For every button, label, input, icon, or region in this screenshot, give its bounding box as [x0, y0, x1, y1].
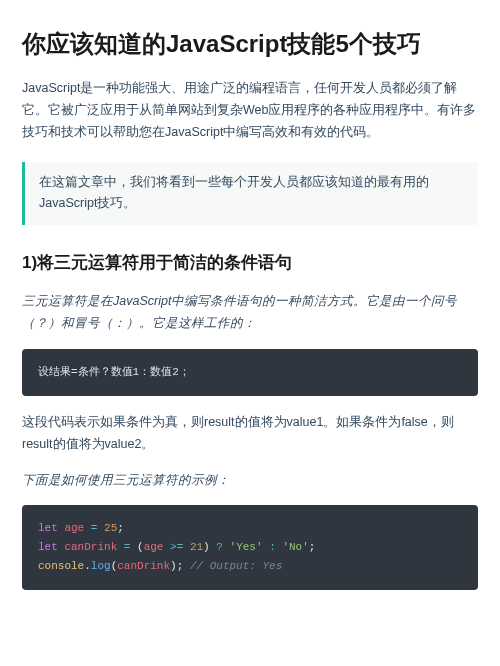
code-token: ; [117, 522, 124, 534]
code-token: . [84, 560, 91, 572]
code-token: canDrink [64, 541, 117, 553]
code-comment: // Output: Yes [190, 560, 282, 572]
code-block-1: 设结果=条件？数值1：数值2； [22, 349, 478, 396]
section-1-lead: 三元运算符是在JavaScript中编写条件语句的一种简洁方式。它是由一个问号（… [22, 291, 478, 335]
code-token: age [64, 522, 84, 534]
code-text: 设结果=条件？数值1：数值2； [38, 366, 190, 378]
callout-box: 在这篇文章中，我们将看到一些每个开发人员都应该知道的最有用的JavaScript… [22, 162, 478, 225]
code-token: ) [170, 560, 177, 572]
code-token: age [144, 541, 164, 553]
code-token: = [124, 541, 131, 553]
code-token: : [269, 541, 276, 553]
code-token: let [38, 541, 58, 553]
code-token: = [91, 522, 98, 534]
code-token: canDrink [117, 560, 170, 572]
code-token: 'Yes' [230, 541, 263, 553]
code-token: ( [137, 541, 144, 553]
code-token: >= [170, 541, 183, 553]
section-1-lead2: 下面是如何使用三元运算符的示例： [22, 470, 478, 492]
code-token: 21 [190, 541, 203, 553]
code-token: ) [203, 541, 210, 553]
code-token: log [91, 560, 111, 572]
code-token: ? [216, 541, 223, 553]
intro-paragraph: JavaScript是一种功能强大、用途广泛的编程语言，任何开发人员都必须了解它… [22, 78, 478, 144]
section-1-heading: 1)将三元运算符用于简洁的条件语句 [22, 249, 478, 278]
section-1-explain: 这段代码表示如果条件为真，则result的值将为value1。如果条件为fals… [22, 412, 478, 456]
code-token: 'No' [282, 541, 308, 553]
code-block-2: let age = 25; let canDrink = (age >= 21)… [22, 505, 478, 589]
code-token: ; [309, 541, 316, 553]
page-title: 你应该知道的JavaScript技能5个技巧 [22, 28, 478, 60]
code-token: ; [177, 560, 184, 572]
code-token: let [38, 522, 58, 534]
code-token: 25 [104, 522, 117, 534]
code-token: console [38, 560, 84, 572]
